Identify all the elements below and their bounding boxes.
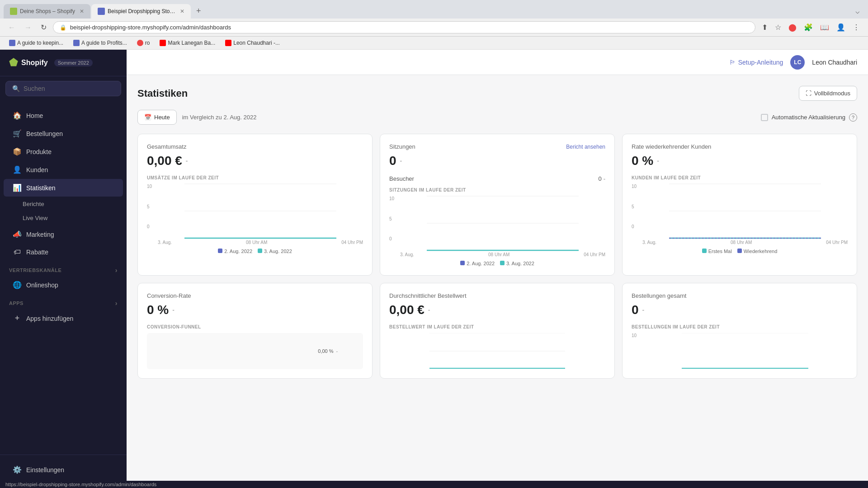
help-icon[interactable]: ? <box>849 113 857 122</box>
sidebar-item-produkte[interactable]: 📦 Produkte <box>4 143 123 160</box>
sidebar-item-onlineshop[interactable]: 🌐 Onlineshop <box>4 276 123 294</box>
card-sitzungen-chart-label: SITZUNGEN IM LAUFE DER ZEIT <box>389 188 605 192</box>
card-conversion-rate-header: Conversion-Rate <box>147 292 363 299</box>
bookmark-button[interactable]: ☆ <box>772 21 784 33</box>
browser-tab-2[interactable]: Beispiel Dropshipping Store - S... ✕ <box>91 4 191 19</box>
setup-button[interactable]: 🏳 Setup-Anleitung <box>729 59 783 66</box>
bookmark-5[interactable]: Leon Chaudhari -... <box>222 38 283 47</box>
card-gesamtumsatz-title: Gesamtumsatz <box>147 143 186 150</box>
apps-expand-icon[interactable]: › <box>115 300 118 307</box>
page-content: Statistiken ⛶ Vollbildmodus 📅 Heute im V… <box>127 75 868 389</box>
sidebar-item-berichte-label: Berichte <box>23 201 44 207</box>
sidebar-item-statistiken[interactable]: 📊 Statistiken <box>4 179 123 197</box>
products-icon: 📦 <box>13 147 22 156</box>
bookmark-label-5: Leon Chaudhari -... <box>233 40 280 46</box>
card-gesamtumsatz-change: - <box>186 157 188 164</box>
sidebar-item-apps-hinzufuegen[interactable]: + Apps hinzufügen <box>4 309 123 328</box>
chart-bottom-labels-gesamtumsatz: 3. Aug. 08 Uhr AM 04 Uhr PM <box>147 240 363 245</box>
sidebar-item-home[interactable]: 🏠 Home <box>4 107 123 124</box>
bookmark-4[interactable]: Mark Lanegan Ba... <box>156 38 219 47</box>
sidebar-item-kunden[interactable]: 👤 Kunden <box>4 161 123 178</box>
bookmark-favicon-5 <box>225 40 231 46</box>
page-title: Statistiken <box>137 88 188 99</box>
card-sitzungen-sub-change: - <box>604 175 605 182</box>
status-url: https://beispiel-dropshipping-store.mysh… <box>5 482 156 487</box>
search-bar[interactable]: 🔍 <box>5 81 121 96</box>
add-apps-icon: + <box>13 314 22 323</box>
extensions-button[interactable]: 🧩 <box>801 21 816 33</box>
card-rate-wiederkehrender-header: Rate wiederkehrender Kunden <box>632 143 848 150</box>
new-tab-button[interactable]: + <box>192 4 206 19</box>
user-name[interactable]: Leon Chaudhari <box>812 59 857 66</box>
card-conversion-rate: Conversion-Rate 0 % - CONVERSION-FUNNEL … <box>137 283 373 379</box>
sidebar-item-marketing[interactable]: 📣 Marketing <box>4 225 123 243</box>
sitzungen-report-link[interactable]: Bericht ansehen <box>566 144 605 150</box>
sidebar-item-rabatte[interactable]: 🏷 Rabatte <box>4 244 123 261</box>
card-bestellungen-chart: 10 <box>632 333 848 369</box>
chart-y-labels-bestellungen: 10 <box>632 333 641 369</box>
sidebar-header: ⬟ shopify Sommer 2022 <box>0 50 127 76</box>
bookmark-3[interactable]: ro <box>133 38 154 47</box>
sidebar-item-statistiken-label: Statistiken <box>26 184 56 192</box>
sidebar-item-berichte[interactable]: Berichte <box>0 197 127 211</box>
card-rate-wiederkehrender-chart-label: KUNDEN IM LAUFE DER ZEIT <box>632 175 848 180</box>
app-container: ⬟ shopify Sommer 2022 🔍 🏠 Home 🛒 Bestell… <box>0 50 868 484</box>
profile-button[interactable]: 👤 <box>834 21 848 33</box>
reload-button[interactable]: ↻ <box>38 21 49 33</box>
chart-y-labels-sitzungen: 10 5 0 <box>389 196 398 241</box>
tab-close-1[interactable]: ✕ <box>80 8 84 14</box>
bookmark-favicon-4 <box>160 40 166 46</box>
sidebar-item-live-view[interactable]: Live View <box>0 211 127 225</box>
sidebar-item-einstellungen[interactable]: ⚙️ Einstellungen <box>4 461 123 479</box>
date-filter-label: Heute <box>154 114 170 121</box>
card-gesamtumsatz-value: 0,00 € <box>147 154 182 168</box>
bookmark-1[interactable]: A guide to keepin... <box>5 38 67 47</box>
card-conversion-funnel-label: CONVERSION-FUNNEL <box>147 324 363 329</box>
conversion-rate-sub-value: 0,00 % <box>318 348 333 354</box>
topnav-search-area: 🔍 <box>0 76 127 101</box>
browser-tab-1[interactable]: Deine Shops – Shopify ✕ <box>4 4 90 19</box>
tab-favicon-1 <box>10 8 17 15</box>
opera-button[interactable]: ⬤ <box>786 21 799 33</box>
conversion-rate-sub-change: - <box>336 348 338 354</box>
card-sitzungen-header: Sitzungen Bericht ansehen <box>389 143 605 150</box>
card-bestellungen-gesamt-title: Bestellungen gesamt <box>632 292 686 299</box>
tab-close-2[interactable]: ✕ <box>180 8 184 14</box>
bookmark-2[interactable]: A guide to Profits... <box>70 38 131 47</box>
card-gesamtumsatz-header: Gesamtumsatz <box>147 143 363 150</box>
address-bar[interactable]: 🔒 beispiel-dropshipping-store.myshopify.… <box>53 21 755 33</box>
home-icon: 🏠 <box>13 111 22 120</box>
sidebar-item-bestellungen[interactable]: 🛒 Bestellungen <box>4 125 123 142</box>
menu-button[interactable]: ⋮ <box>850 21 863 33</box>
vertriebskanaele-expand-icon[interactable]: › <box>115 267 118 274</box>
card-durchschnittlicher-bestellwert: Durchschnittlicher Bestellwert 0,00 € - … <box>380 283 615 379</box>
card-gesamtumsatz-value-row: 0,00 € - <box>147 154 363 168</box>
card-gesamtumsatz: Gesamtumsatz 0,00 € - UMSÄTZE IM LAUFE D… <box>137 134 373 276</box>
back-button[interactable]: ← <box>5 22 18 33</box>
reading-button[interactable]: 📖 <box>817 21 832 33</box>
browser-chrome: Deine Shops – Shopify ✕ Beispiel Dropshi… <box>0 0 868 50</box>
card-sitzungen-sub-row: Besucher 0 - <box>389 175 605 182</box>
forward-button[interactable]: → <box>22 22 34 33</box>
card-sitzungen-sub-label: Besucher <box>389 175 414 182</box>
stats-grid-row1: Gesamtumsatz 0,00 € - UMSÄTZE IM LAUFE D… <box>137 134 857 276</box>
share-button[interactable]: ⬆ <box>759 21 770 33</box>
chart-legend-rate: Erstes Mal Wiederkehrend <box>632 249 848 254</box>
fullscreen-button[interactable]: ⛶ Vollbildmodus <box>799 86 857 101</box>
card-gesamtumsatz-chart: 10 5 0 <box>147 184 363 238</box>
date-filter-button[interactable]: 📅 Heute <box>137 110 177 125</box>
toolbar-actions: ⬆ ☆ ⬤ 🧩 📖 👤 ⋮ <box>759 21 863 33</box>
sidebar-item-produkte-label: Produkte <box>26 148 52 155</box>
card-bestellungen-gesamt-header: Bestellungen gesamt <box>632 292 848 299</box>
card-conversion-rate-title: Conversion-Rate <box>147 292 191 299</box>
card-sitzungen: Sitzungen Bericht ansehen 0 - Besucher 0… <box>380 134 615 276</box>
tab-favicon-2 <box>98 8 105 15</box>
user-avatar[interactable]: LC <box>790 55 805 70</box>
auto-refresh-checkbox[interactable] <box>761 114 768 121</box>
search-input[interactable] <box>24 85 114 92</box>
card-bestellwert-chart-label: BESTELLWERT IM LAUFE DER ZEIT <box>389 324 605 329</box>
card-bestellungen-gesamt-change: - <box>642 306 645 314</box>
card-rate-wiederkehrender-change: - <box>657 157 659 164</box>
tab-overflow-button[interactable]: ⌵ <box>851 4 864 18</box>
card-rate-wiederkehrender-title: Rate wiederkehrender Kunden <box>632 143 711 150</box>
